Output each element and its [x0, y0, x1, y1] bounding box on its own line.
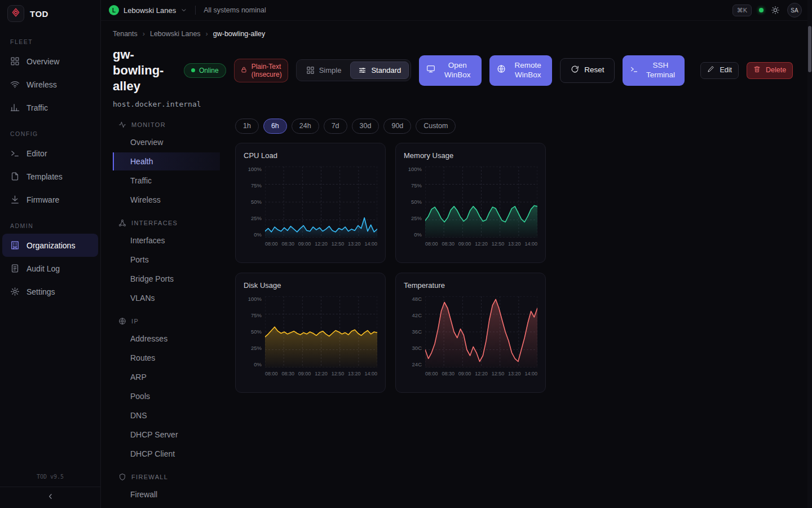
grid-icon	[10, 56, 20, 66]
subnav-section-monitor: MONITOR	[113, 121, 220, 129]
subnav-item-addresses[interactable]: Addresses	[113, 330, 220, 348]
chart-plot-cpu-load	[265, 167, 377, 238]
subnav-item-traffic[interactable]: Traffic	[113, 172, 220, 190]
sidebar-item-templates[interactable]: Templates	[2, 165, 98, 188]
scrollbar-thumb[interactable]	[808, 26, 811, 72]
lock-icon	[240, 66, 248, 75]
open-winbox-button[interactable]: Open WinBox	[419, 55, 482, 86]
breadcrumb-item-gw-bowling-alley: gw-bowling-alley	[213, 30, 265, 38]
tenant-avatar: L	[109, 5, 119, 15]
subnav-item-bridge-ports[interactable]: Bridge Ports	[113, 270, 220, 288]
sidebar-item-editor[interactable]: Editor	[2, 142, 98, 165]
sidebar-item-label: Audit Log	[27, 264, 60, 273]
sidebar-section-label-admin: ADMIN	[10, 222, 90, 229]
subnav-item-health[interactable]: Health	[113, 152, 220, 170]
globe-icon	[497, 64, 506, 73]
sidebar-item-overview[interactable]: Overview	[2, 50, 98, 73]
sidebar-item-traffic[interactable]: Traffic	[2, 96, 98, 119]
reset-button[interactable]: Reset	[560, 58, 615, 83]
refresh-icon	[571, 65, 579, 76]
subnav-item-wireless[interactable]: Wireless	[113, 191, 220, 209]
sidebar-item-firmware[interactable]: Firmware	[2, 188, 98, 211]
subnav-item-firewall[interactable]: Firewall	[113, 485, 220, 503]
sidebar-item-label: Wireless	[27, 80, 57, 89]
time-range-picker: 1h6h24h7d30d90dCustom	[235, 119, 798, 134]
app-logo	[7, 5, 24, 22]
divider	[195, 6, 196, 15]
subnav-item-interfaces[interactable]: Interfaces	[113, 231, 220, 249]
breadcrumb-item-lebowski-lanes[interactable]: Lebowski Lanes	[150, 30, 201, 38]
sidebar-item-label: Organizations	[27, 241, 75, 250]
sidebar-item-wireless[interactable]: Wireless	[2, 73, 98, 96]
sidebar-item-label: Overview	[27, 57, 59, 66]
tenant-switcher[interactable]: L Lebowski Lanes	[109, 5, 187, 15]
chart-y-axis: 48C42C36C30C24C	[404, 296, 422, 367]
breadcrumb-separator: ›	[143, 30, 145, 38]
sidebar-collapse-button[interactable]	[0, 487, 100, 508]
sun-icon	[771, 6, 780, 15]
chart-card-cpu-load: CPU Load100%75%50%25%0%08:0008:3009:0012…	[235, 143, 386, 263]
charts-grid: CPU Load100%75%50%25%0%08:0008:3009:0012…	[235, 143, 798, 393]
time-range-6h[interactable]: 6h	[263, 119, 287, 134]
theme-toggle-button[interactable]	[771, 6, 780, 15]
trash-icon	[753, 65, 761, 76]
remote-winbox-label: Remote WinBox	[511, 61, 545, 80]
remote-winbox-button[interactable]: Remote WinBox	[489, 55, 552, 86]
time-range-1h[interactable]: 1h	[235, 119, 259, 134]
ssh-terminal-label: SSH Terminal	[643, 61, 677, 80]
chart-card-memory-usage: Memory Usage100%75%50%25%0%08:0008:3009:…	[395, 143, 546, 263]
time-range-90d[interactable]: 90d	[383, 119, 411, 134]
chart-title: Disk Usage	[244, 281, 377, 290]
page-scrollbar[interactable]	[807, 0, 812, 508]
breadcrumb-item-tenants[interactable]: Tenants	[113, 30, 138, 38]
subnav-item-dhcp-server[interactable]: DHCP Server	[113, 426, 220, 444]
delete-button[interactable]: Delete	[747, 62, 793, 79]
subnav-section-interfaces: INTERFACES	[113, 219, 220, 227]
app-name: TOD	[30, 9, 48, 19]
device-header: gw-bowling-alley Online Plain-Text (Inse…	[113, 47, 798, 94]
time-range-30d[interactable]: 30d	[352, 119, 379, 134]
subnav-section-ip: IP	[113, 317, 220, 325]
chart-plot-temperature	[425, 296, 537, 367]
sidebar-item-organizations[interactable]: Organizations	[2, 234, 98, 257]
subnav-item-overview[interactable]: Overview	[113, 133, 220, 151]
page-content: Tenants›Lebowski Lanes›gw-bowling-alley …	[101, 21, 812, 508]
sidebar-section-label-fleet: FLEET	[10, 38, 90, 45]
subnav-item-dhcp-client[interactable]: DHCP Client	[113, 445, 220, 463]
globe-icon	[118, 317, 126, 325]
topbar: L Lebowski Lanes All systems nominal ⌘K …	[101, 0, 812, 21]
subnav-item-vlans[interactable]: VLANs	[113, 289, 220, 307]
sidebar-item-settings[interactable]: Settings	[2, 280, 98, 303]
chevron-left-icon	[46, 492, 55, 501]
charts-section: 1h6h24h7d30d90dCustom CPU Load100%75%50%…	[235, 119, 798, 508]
subnav-item-mangle[interactable]: Mangle	[113, 505, 220, 508]
app-logo-row: TOD	[0, 0, 100, 27]
chart-x-axis: 08:0008:3009:0012:2012:5013:2014:00	[425, 371, 537, 376]
mode-label: Standard	[371, 66, 401, 75]
sliders-icon	[358, 66, 367, 75]
subnav-item-pools[interactable]: Pools	[113, 387, 220, 405]
time-range-7d[interactable]: 7d	[324, 119, 347, 134]
terminal-icon	[630, 65, 638, 73]
command-palette-shortcut[interactable]: ⌘K	[732, 5, 752, 16]
subnav-section-firewall: FIREWALL	[113, 473, 220, 481]
monitor-icon	[426, 64, 435, 73]
user-avatar[interactable]: SA	[787, 3, 802, 17]
app-version: TOD v9.5	[0, 474, 100, 487]
chart-plot-disk-usage	[265, 296, 377, 367]
edit-button[interactable]: Edit	[700, 62, 739, 79]
open-winbox-label: Open WinBox	[440, 61, 474, 80]
time-range-24h[interactable]: 24h	[292, 119, 319, 134]
subnav-item-dns[interactable]: DNS	[113, 406, 220, 424]
time-range-custom[interactable]: Custom	[416, 119, 456, 134]
subnav-item-ports[interactable]: Ports	[113, 251, 220, 269]
sidebar-item-audit-log[interactable]: Audit Log	[2, 257, 98, 280]
mode-option-standard[interactable]: Standard	[350, 62, 409, 79]
mode-option-simple[interactable]: Simple	[298, 62, 350, 79]
terminal-icon	[10, 148, 20, 158]
ssh-terminal-button[interactable]: SSH Terminal	[623, 55, 685, 86]
subnav-item-routes[interactable]: Routes	[113, 349, 220, 367]
page-title: gw-bowling-alley	[113, 47, 176, 94]
subnav-item-arp[interactable]: ARP	[113, 368, 220, 386]
sidebar-item-label: Settings	[27, 287, 55, 296]
